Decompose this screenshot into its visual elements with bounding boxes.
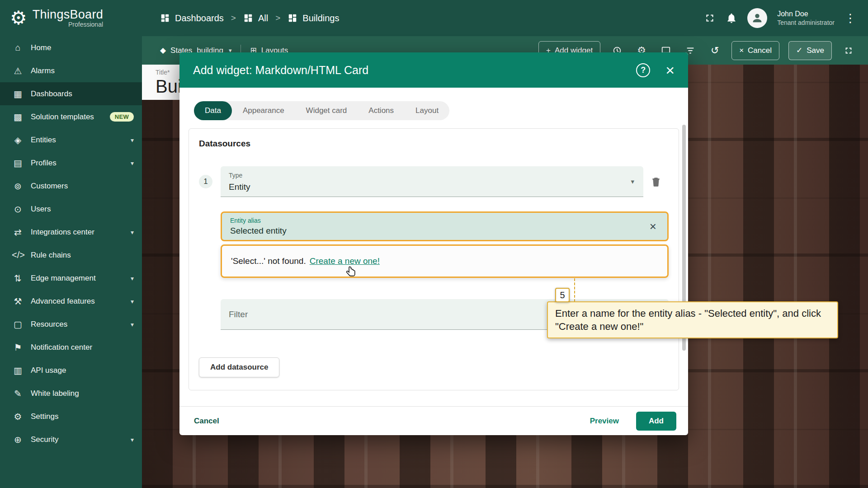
sidebar-item-users[interactable]: ⊙ Users: [0, 197, 142, 221]
alias-autocomplete-panel: 'Select...' not found. Create a new one!: [221, 244, 669, 278]
sidebar-item-label: Home: [31, 43, 134, 52]
sidebar-item-resources[interactable]: ▢ Resources ▾: [0, 313, 142, 336]
sidebar-item-profiles[interactable]: ▤ Profiles ▾: [0, 151, 142, 174]
sidebar-item-label: Notification center: [31, 343, 134, 352]
profiles-icon: ▤: [12, 158, 24, 169]
avatar[interactable]: [747, 8, 767, 28]
add-datasource-button[interactable]: Add datasource: [199, 357, 279, 377]
toolbar-fullscreen-button[interactable]: [841, 43, 856, 58]
sidebar-item-label: Security: [31, 435, 124, 444]
tab-widget-card[interactable]: Widget card: [295, 101, 358, 120]
sidebar-item-label: Integrations center: [31, 228, 124, 237]
sidebar-item-rule-chains[interactable]: </> Rule chains: [0, 244, 142, 267]
chevron-down-icon: ▾: [131, 136, 134, 144]
sidebar-item-label: Profiles: [31, 159, 124, 168]
breadcrumb-dashboards[interactable]: Dashboards: [160, 13, 224, 23]
solution-templates-icon: ▩: [12, 112, 24, 122]
dialog-cancel-button[interactable]: Cancel: [191, 416, 222, 426]
tab-actions[interactable]: Actions: [358, 101, 405, 120]
user-avatar-icon: [751, 12, 764, 24]
sidebar-item-security[interactable]: ⊕ Security ▾: [0, 428, 142, 451]
sidebar-item-notification-center[interactable]: ⚑ Notification center: [0, 336, 142, 359]
chevron-down-icon: ▾: [131, 436, 134, 443]
sidebar-item-dashboards[interactable]: ▦ Dashboards: [0, 82, 142, 105]
add-widget-dialog: Add widget: Markdown/HTML Card ? × Data …: [179, 52, 688, 435]
datasource-type-select[interactable]: Type Entity ▾: [221, 166, 643, 197]
sidebar-item-label: Entities: [31, 136, 124, 145]
breadcrumb-separator: >: [275, 13, 280, 23]
dialog-add-button[interactable]: Add: [636, 412, 676, 431]
close-dialog-button[interactable]: ×: [665, 62, 675, 78]
sidebar-item-label: Solution templates: [31, 113, 103, 122]
sidebar-item-label: API usage: [31, 366, 134, 375]
cancel-label: Cancel: [748, 46, 772, 55]
more-options-button[interactable]: ⋮: [844, 11, 856, 25]
sidebar-item-customers[interactable]: ⊚ Customers: [0, 174, 142, 197]
brand-name: ThingsBoard: [33, 8, 103, 21]
thingsboard-logo[interactable]: ⚙ ThingsBoard Professional: [0, 0, 142, 36]
tab-layout[interactable]: Layout: [405, 101, 449, 120]
sidebar-item-label: Users: [31, 205, 134, 214]
tab-appearance[interactable]: Appearance: [232, 101, 295, 120]
sidebar-item-edge-management[interactable]: ⇅ Edge management ▾: [0, 267, 142, 290]
alarms-icon: ⚠: [12, 66, 24, 76]
create-new-alias-link[interactable]: Create a new one!: [310, 256, 380, 266]
breadcrumb-label: All: [258, 13, 268, 23]
chevron-down-icon: ▾: [131, 321, 134, 328]
clear-alias-button[interactable]: ×: [647, 220, 659, 233]
dashboards-icon: ▦: [12, 89, 24, 99]
dialog-title: Add widget: Markdown/HTML Card: [193, 64, 368, 77]
notifications-button[interactable]: [726, 12, 737, 24]
sidebar-item-label: Advanced features: [31, 297, 124, 306]
chevron-down-icon: ▾: [131, 275, 134, 282]
top-header: Dashboards > All > Buildings John Doe Te…: [142, 0, 868, 36]
sidebar-item-settings[interactable]: ⚙ Settings: [0, 405, 142, 428]
security-icon: ⊕: [12, 434, 24, 445]
breadcrumb-all[interactable]: All: [243, 13, 268, 23]
user-name: John Doe: [777, 9, 835, 18]
notification-center-icon: ⚑: [12, 342, 24, 353]
sidebar-item-label: Dashboards: [31, 89, 134, 99]
breadcrumb-buildings[interactable]: Buildings: [288, 13, 339, 23]
close-icon: ×: [665, 61, 675, 79]
breadcrumb-label: Buildings: [302, 13, 339, 23]
fullscreen-button[interactable]: [704, 12, 716, 24]
sidebar-item-advanced-features[interactable]: ⚒ Advanced features ▾: [0, 290, 142, 313]
sidebar-item-label: Edge management: [31, 274, 124, 283]
chevron-down-icon: ▾: [131, 298, 134, 305]
dialog-body: Data Appearance Widget card Actions Layo…: [179, 88, 688, 406]
dashboard-icon: [288, 13, 297, 23]
sidebar-item-label: Customers: [31, 182, 134, 191]
history-icon: ↺: [711, 45, 719, 56]
tour-step-badge: 5: [555, 288, 570, 302]
preview-button[interactable]: Preview: [587, 416, 622, 426]
sidebar-item-entities[interactable]: ◈ Entities ▾: [0, 128, 142, 151]
tab-data[interactable]: Data: [194, 101, 232, 120]
sidebar-item-home[interactable]: ⌂ Home: [0, 36, 142, 59]
entity-alias-highlight: Entity alias Selected entity × 'Select..…: [221, 211, 669, 278]
chevron-down-icon: ▾: [131, 160, 134, 167]
sidebar-item-integrations-center[interactable]: ⇄ Integrations center ▾: [0, 221, 142, 244]
rule-chains-icon: </>: [12, 250, 24, 260]
dashboards-icon: [160, 13, 170, 23]
sidebar-item-white-labeling[interactable]: ✎ White labeling: [0, 382, 142, 405]
new-badge: NEW: [110, 112, 134, 122]
save-button[interactable]: ✓ Save: [788, 41, 832, 60]
delete-datasource-button[interactable]: [643, 175, 669, 188]
user-menu[interactable]: John Doe Tenant administrator: [777, 9, 835, 27]
sidebar-item-api-usage[interactable]: ▥ API usage: [0, 359, 142, 382]
sidebar-item-alarms[interactable]: ⚠ Alarms: [0, 59, 142, 82]
integrations-center-icon: ⇄: [12, 227, 24, 238]
cancel-edit-button[interactable]: × Cancel: [731, 41, 779, 60]
sidebar-item-label: Rule chains: [31, 251, 134, 260]
sidebar-item-solution-templates[interactable]: ▩ Solution templates NEW: [0, 105, 142, 128]
version-history-button[interactable]: ↺: [707, 43, 722, 58]
brand-text: ThingsBoard Professional: [33, 8, 103, 28]
breadcrumb: Dashboards > All > Buildings: [160, 13, 339, 23]
datasource-row: 1 Type Entity ▾: [199, 166, 669, 197]
entity-alias-input[interactable]: Entity alias Selected entity ×: [221, 211, 669, 241]
dialog-header-actions: ? ×: [636, 62, 675, 78]
entities-icon: ◈: [12, 135, 24, 145]
breadcrumb-label: Dashboards: [175, 13, 224, 23]
help-button[interactable]: ?: [636, 63, 650, 77]
